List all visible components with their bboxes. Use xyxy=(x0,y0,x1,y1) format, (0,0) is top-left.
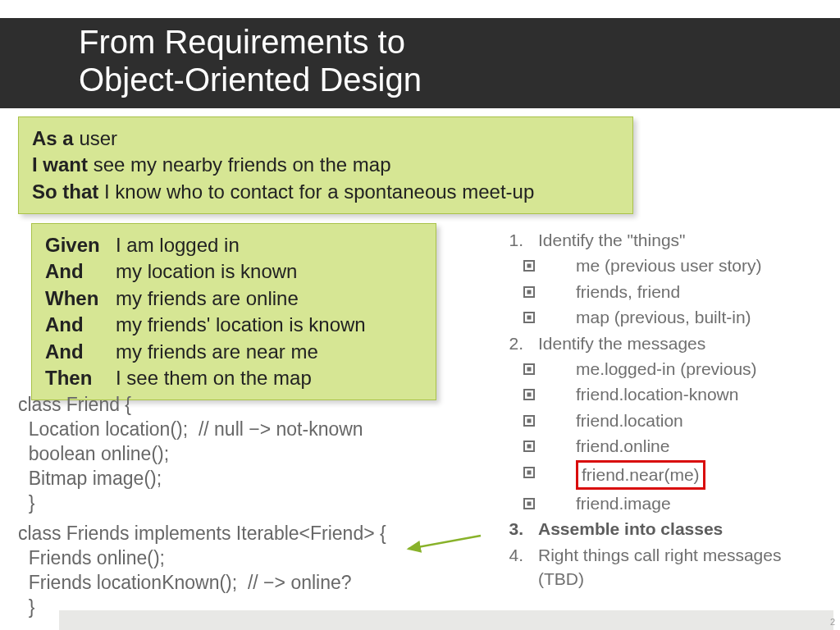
step-text: Right things call right messages (TBD) xyxy=(538,543,825,591)
criteria-text: my location is known xyxy=(116,258,422,285)
footer-bar xyxy=(59,610,833,630)
sub-step-row: me (previous user story) xyxy=(486,253,825,277)
title-line-1: From Requirements to xyxy=(79,23,840,61)
sub-step-row: friend.online xyxy=(486,434,825,458)
criteria-keyword: When xyxy=(45,285,116,312)
criteria-text: my friends are online xyxy=(116,285,422,312)
hollow-square-bullet-icon xyxy=(523,382,576,406)
step-row: 4.Right things call right messages (TBD) xyxy=(486,543,825,591)
criteria-row: Whenmy friends are online xyxy=(45,285,422,312)
step-row: 1.Identify the "things" xyxy=(486,228,825,252)
svg-rect-11 xyxy=(527,418,532,422)
code-friends-class: class Friends implements Iterable<Friend… xyxy=(18,522,386,620)
story-so-that-label: So that xyxy=(32,180,104,203)
page-number: 2 xyxy=(830,617,835,627)
hollow-square-bullet-icon xyxy=(523,460,576,490)
svg-rect-5 xyxy=(527,316,532,320)
hollow-square-bullet-icon xyxy=(523,305,576,329)
step-number: 3. xyxy=(486,517,538,541)
story-i-want-label: I want xyxy=(32,153,94,176)
story-i-want-rest: see my nearby friends on the map xyxy=(94,153,391,176)
step-text: Identify the messages xyxy=(538,331,825,355)
criteria-row: GivenI am logged in xyxy=(45,232,422,258)
svg-rect-3 xyxy=(527,290,532,294)
slide-title: From Requirements to Object-Oriented Des… xyxy=(0,18,840,108)
code-friend-class: class Friend { Location location(); // n… xyxy=(18,393,363,515)
sub-step-text: friend.location-known xyxy=(576,382,825,406)
criteria-text: my friends are near me xyxy=(116,339,422,365)
step-number: 1. xyxy=(486,228,538,252)
user-story-box: As a user I want see my nearby friends o… xyxy=(18,116,633,214)
hollow-square-bullet-icon xyxy=(523,409,576,432)
step-number: 4. xyxy=(486,543,538,591)
step-text: Identify the "things" xyxy=(538,228,825,252)
story-so-that-rest: I know who to contact for a spontaneous … xyxy=(104,180,534,203)
sub-step-row: friend.near(me) xyxy=(486,460,825,490)
sub-step-text: friends, friend xyxy=(576,280,825,304)
criteria-keyword: And xyxy=(45,339,116,365)
story-as-a-label: As a xyxy=(32,127,79,149)
step-number: 2. xyxy=(486,331,538,355)
sub-step-row: friends, friend xyxy=(486,280,825,304)
title-line-2: Object-Oriented Design xyxy=(79,61,840,98)
criteria-row: Andmy location is known xyxy=(45,258,422,285)
svg-rect-13 xyxy=(527,445,532,449)
svg-rect-15 xyxy=(527,470,532,474)
sub-step-text: friend.near(me) xyxy=(576,460,825,490)
hollow-square-bullet-icon xyxy=(523,434,576,458)
hollow-square-bullet-icon xyxy=(523,491,576,515)
hollow-square-bullet-icon xyxy=(523,253,576,277)
svg-line-18 xyxy=(409,536,481,549)
criteria-text: I see them on the map xyxy=(116,365,422,391)
story-so-that: So that I know who to contact for a spon… xyxy=(32,179,619,205)
criteria-keyword: Given xyxy=(45,232,116,258)
design-steps-list: 1.Identify the "things"me (previous user… xyxy=(486,228,825,592)
sub-step-row: me.logged-in (previous) xyxy=(486,357,825,381)
step-row: 3.Assemble into classes xyxy=(486,517,825,541)
svg-rect-17 xyxy=(527,501,532,505)
sub-step-row: map (previous, built-in) xyxy=(486,305,825,329)
acceptance-criteria-box: GivenI am logged inAndmy location is kno… xyxy=(31,223,436,400)
criteria-row: Andmy friends' location is known xyxy=(45,312,422,338)
svg-rect-1 xyxy=(527,264,532,268)
criteria-keyword: Then xyxy=(45,365,116,391)
sub-step-row: friend.image xyxy=(486,491,825,515)
svg-rect-9 xyxy=(527,393,532,397)
highlighted-message: friend.near(me) xyxy=(576,460,705,490)
hollow-square-bullet-icon xyxy=(523,357,576,381)
sub-step-text: friend.online xyxy=(576,434,825,458)
story-i-want: I want see my nearby friends on the map xyxy=(32,152,619,178)
step-text: Assemble into classes xyxy=(538,517,825,541)
sub-step-row: friend.location xyxy=(486,409,825,432)
criteria-keyword: And xyxy=(45,312,116,338)
criteria-text: my friends' location is known xyxy=(116,312,422,338)
step-row: 2.Identify the messages xyxy=(486,331,825,355)
sub-step-text: friend.location xyxy=(576,409,825,432)
hollow-square-bullet-icon xyxy=(523,280,576,304)
sub-step-text: map (previous, built-in) xyxy=(576,305,825,329)
story-as-a: As a user xyxy=(32,126,619,152)
sub-step-row: friend.location-known xyxy=(486,382,825,406)
criteria-text: I am logged in xyxy=(116,232,422,258)
criteria-row: Andmy friends are near me xyxy=(45,339,422,365)
sub-step-text: friend.image xyxy=(576,491,825,515)
svg-rect-7 xyxy=(527,367,532,371)
sub-step-text: me (previous user story) xyxy=(576,253,825,277)
criteria-keyword: And xyxy=(45,258,116,285)
sub-step-text: me.logged-in (previous) xyxy=(576,357,825,381)
criteria-row: ThenI see them on the map xyxy=(45,365,422,391)
arrow-icon xyxy=(402,531,484,555)
story-as-a-rest: user xyxy=(79,127,117,149)
